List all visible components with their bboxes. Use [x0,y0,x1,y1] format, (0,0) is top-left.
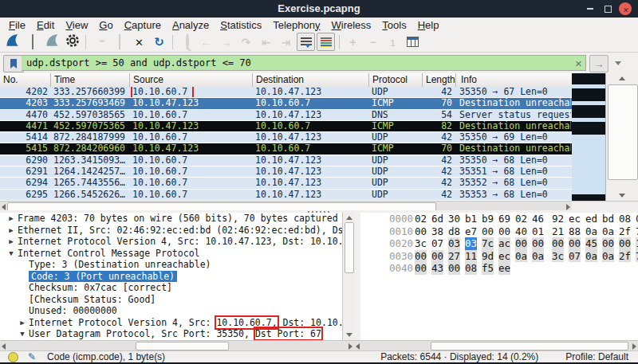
hex-byte[interactable]: 40 [515,225,527,238]
auto-scroll-button[interactable] [297,33,315,51]
hex-byte[interactable]: 3c [552,250,564,263]
colorize-packets-button[interactable] [317,33,335,51]
packet-row[interactable]: 4470452.59703856510.10.60.710.10.47.123D… [0,110,572,121]
hex-byte[interactable]: 0a [602,225,614,238]
hex-byte[interactable]: 11 [465,250,477,263]
filter-apply-button[interactable] [589,55,608,72]
scroll-down-arrow-icon[interactable] [346,333,352,337]
hex-byte[interactable]: 0a [532,250,544,263]
hex-byte[interactable]: 92 [552,213,564,225]
detail-line[interactable]: ▶Internet Protocol Version 4, Src: 10.10… [0,236,342,248]
hex-byte[interactable]: e7 [465,225,477,238]
hex-byte[interactable]: 2f [619,250,631,263]
hex-byte[interactable]: 00 [431,250,443,263]
menu-telephony[interactable]: Telephony [267,19,325,31]
hex-byte[interactable]: ac [498,237,510,250]
scroll-left-arrow-icon[interactable] [2,204,6,210]
hex-byte[interactable]: 30 [448,213,460,225]
menu-file[interactable]: File [3,19,31,31]
hex-byte[interactable]: 7c [482,237,494,250]
hex-row[interactable]: 00100038d8e70000400121880a0a2f7b [360,225,638,238]
column-header-time[interactable]: Time [51,73,130,87]
hex-byte[interactable]: f5 [482,262,494,275]
hex-byte[interactable]: 08 [465,262,477,275]
menu-go[interactable]: Go [93,19,118,31]
scroll-down-arrow-icon[interactable] [619,194,625,198]
detail-line[interactable]: ▶Internet Protocol Version 4, Src: 10.10… [0,317,342,329]
details-hscrollbar[interactable] [0,340,354,350]
menu-tools[interactable]: Tools [376,19,412,31]
hex-byte[interactable]: 00 [552,237,564,250]
column-header-destination[interactable]: Destination [253,73,369,87]
resize-columns-button[interactable] [404,33,422,51]
stop-capture-button[interactable] [23,33,41,51]
packet-row[interactable]: 5415872.28420696010.10.47.12310.10.60.7I… [0,143,572,155]
hscrollbar-thumb[interactable] [136,342,229,350]
hex-byte[interactable]: bd [602,213,614,225]
minimize-button[interactable] [584,2,597,15]
capture-comment-icon[interactable] [28,353,36,362]
hex-byte[interactable]: 88 [569,225,581,238]
menu-statistics[interactable]: Statistics [215,19,267,31]
menu-capture[interactable]: Capture [119,19,167,31]
maximize-button[interactable] [601,2,614,15]
scroll-up-arrow-icon[interactable] [619,76,625,80]
packet-list-minimap[interactable] [572,73,605,201]
hex-byte[interactable]: 0a [585,250,597,263]
hex-row[interactable]: 0000026d30b1b969024692ecedbd0800 [360,213,638,225]
hex-byte[interactable]: 07 [569,250,581,263]
packet-row[interactable]: 62951266.5452626…10.10.60.710.10.47.123U… [0,190,572,201]
filter-clear-icon[interactable] [575,56,582,70]
close-button[interactable] [619,2,632,15]
display-filter-input[interactable]: udp.dstport >= 50 and udp.dstport <= 70 [22,55,586,71]
hex-byte[interactable]: 00 [515,237,527,250]
detail-line[interactable]: Code: 3 (Port unreachable) [0,271,342,283]
hex-byte[interactable]: 0a [585,225,597,238]
hex-row[interactable]: 00203c0703037cac000000004500001c [360,237,638,250]
packet-row[interactable]: 4471452.59707536510.10.47.12310.10.60.7I… [0,121,572,132]
hex-byte[interactable]: 02 [415,213,427,225]
packet-row[interactable]: 62911264.1424257…10.10.60.710.10.47.123U… [0,166,572,178]
hex-byte[interactable]: 00 [415,225,427,238]
hex-byte[interactable]: 45 [585,237,597,250]
packet-row[interactable]: 4203333.25769346910.10.47.12310.10.60.7I… [0,98,572,109]
hex-byte[interactable]: 69 [498,213,510,225]
hex-byte[interactable]: 00 [619,237,631,250]
reload-file-button[interactable]: ↻ [150,33,168,51]
hex-byte[interactable]: 21 [552,225,564,238]
scroll-left-arrow-icon[interactable] [2,343,6,350]
close-file-button[interactable]: ✕ [130,33,148,51]
detail-line[interactable]: Type: 3 (Destination unreachable) [0,259,342,271]
restart-capture-button[interactable] [43,33,61,51]
hex-byte[interactable]: 27 [448,250,460,263]
hex-byte[interactable]: ec [498,250,510,263]
hex-byte[interactable]: ec [569,213,581,225]
hex-byte[interactable]: 00 [602,237,614,250]
menu-view[interactable]: View [60,19,93,31]
filter-dropdown-arrow[interactable] [611,55,625,71]
hex-byte[interactable]: 6d [431,213,443,225]
packet-list-hscrollbar[interactable] [0,201,572,210]
detail-line[interactable]: ▶Frame 4203: 70 bytes on wire (560 bits)… [0,213,342,225]
hex-byte[interactable]: 46 [532,213,544,225]
packet-row[interactable]: 62941265.7443556…10.10.60.710.10.47.123U… [0,178,572,189]
title-bar[interactable]: Exercise.pcapng [0,0,638,18]
hex-byte[interactable]: 2f [619,225,631,238]
hex-byte-selected[interactable]: 03 [465,237,477,250]
hex-byte[interactable]: 38 [431,225,443,238]
hex-byte[interactable]: 02 [515,213,527,225]
vscrollbar-thumb[interactable] [608,84,638,180]
column-header-no[interactable]: No. [0,73,51,87]
menu-edit[interactable]: Edit [31,19,60,31]
status-profile[interactable]: Profile: Default [565,351,628,362]
hex-byte[interactable]: 08 [619,213,631,225]
hex-byte[interactable]: 00 [415,250,427,263]
hex-byte[interactable]: 01 [532,225,544,238]
menu-wireless[interactable]: Wireless [326,19,377,31]
hex-byte[interactable]: b1 [465,213,477,225]
hex-row[interactable]: 0030000027119dec0a0a3c070a0a2f7b [360,250,638,263]
packet-list-vscrollbar[interactable] [605,73,638,201]
hex-byte[interactable]: 00 [448,262,460,275]
hscrollbar-thumb[interactable] [431,342,628,350]
hex-byte[interactable]: ed [585,213,597,225]
